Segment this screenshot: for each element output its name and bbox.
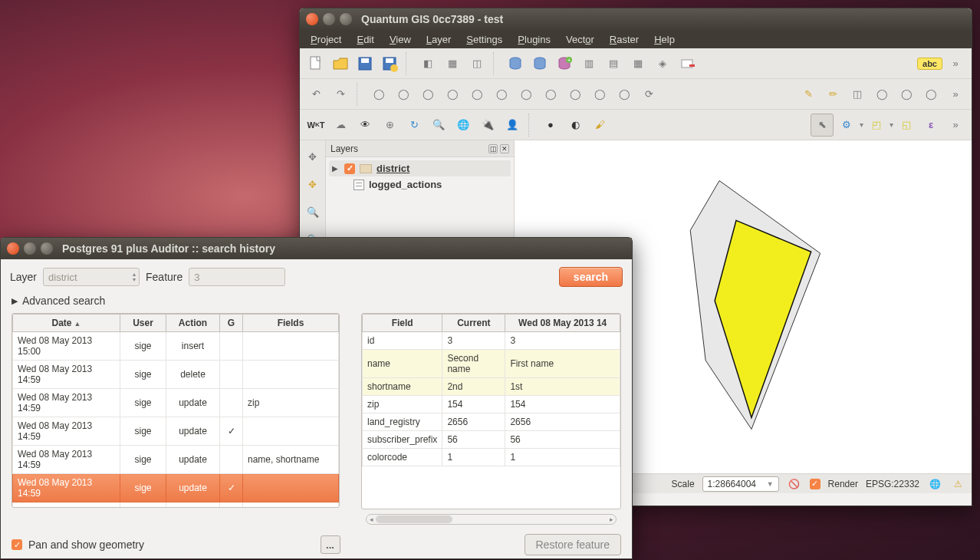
zoom-in-icon[interactable]: 🔍: [301, 200, 324, 223]
dialog-titlebar[interactable]: Postgres 91 plus Auditor :: search histo…: [1, 238, 632, 259]
warning-icon[interactable]: ⚠: [950, 476, 965, 492]
pan-select-icon[interactable]: ✥: [301, 173, 324, 196]
blob10-icon[interactable]: ◯: [588, 83, 611, 106]
table-row[interactable]: Wed 08 May 2013 14:59sigedelete: [13, 361, 339, 389]
blob14-icon[interactable]: ◯: [919, 83, 942, 106]
menu-layer[interactable]: Layer: [420, 32, 458, 47]
blob2-icon[interactable]: ◯: [392, 83, 415, 106]
menu-plugins[interactable]: Plugins: [511, 32, 557, 47]
maximize-icon[interactable]: [41, 242, 53, 255]
blob11-icon[interactable]: ◯: [613, 83, 636, 106]
user-icon[interactable]: 👤: [501, 114, 524, 137]
blob12-icon[interactable]: ◯: [870, 83, 893, 106]
layer-visibility-checkbox[interactable]: ✓: [344, 163, 355, 174]
panel-close-icon[interactable]: ✕: [500, 144, 509, 153]
minimize-icon[interactable]: [323, 13, 335, 25]
wfs-icon[interactable]: ▤: [602, 52, 625, 75]
render-checkbox[interactable]: ✓: [810, 479, 821, 489]
restore-feature-button[interactable]: Restore feature: [525, 534, 622, 555]
table-row[interactable]: Wed 08 May 2013 14:59sigeupdatename, sho…: [13, 446, 339, 474]
blob8-icon[interactable]: ◯: [539, 83, 562, 106]
table-row[interactable]: Wed 08 May 2013 14:59sigeupdatezip: [13, 389, 339, 417]
table-row[interactable]: zip154154: [363, 396, 620, 413]
pencil-icon[interactable]: ✏: [821, 83, 844, 106]
pan-geometry-checkbox[interactable]: ✓: [12, 539, 22, 550]
col-g[interactable]: G: [220, 315, 243, 332]
wms-icon[interactable]: ▥: [577, 52, 600, 75]
layer-district[interactable]: ▶ ✓ district: [329, 160, 511, 176]
layer-logged-actions[interactable]: logged_actions: [329, 176, 511, 193]
add-raster-icon[interactable]: ▦: [441, 52, 464, 75]
reload-icon[interactable]: ↻: [403, 114, 426, 137]
menu-edit[interactable]: Edit: [350, 32, 380, 47]
save-as-icon[interactable]: [378, 52, 401, 75]
blob6-icon[interactable]: ◯: [490, 83, 513, 106]
compass-icon[interactable]: ⊕: [378, 114, 401, 137]
overflow2-icon[interactable]: »: [944, 83, 967, 106]
gps-icon[interactable]: ◈: [651, 52, 674, 75]
table-row[interactable]: nameSecond nameFirst name: [363, 350, 620, 378]
save-edits-icon[interactable]: ◫: [846, 83, 869, 106]
col-action[interactable]: Action: [166, 315, 220, 332]
refresh-icon[interactable]: ⟳: [637, 83, 660, 106]
menu-view[interactable]: View: [383, 32, 417, 47]
csv-icon[interactable]: ▦: [626, 52, 649, 75]
open-icon[interactable]: [329, 52, 352, 75]
add-db-layer-icon[interactable]: ◫: [465, 52, 488, 75]
redo-icon[interactable]: ↷: [329, 83, 352, 106]
col-date[interactable]: Date▲: [13, 315, 120, 332]
palette-icon[interactable]: ◐: [564, 114, 587, 137]
edit-icon[interactable]: ✎: [797, 83, 820, 106]
globe-icon[interactable]: 🌐: [452, 114, 475, 137]
plug-icon[interactable]: 🔌: [476, 114, 499, 137]
qgis-titlebar[interactable]: Quantum GIS 0cc7389 - test: [300, 8, 972, 30]
epsilon-icon[interactable]: ε: [919, 114, 942, 137]
undo-icon[interactable]: ↶: [304, 83, 327, 106]
brush-icon[interactable]: 🖌: [588, 114, 611, 137]
circle-icon[interactable]: ●: [539, 114, 562, 137]
menu-raster[interactable]: Raster: [603, 32, 645, 47]
close-icon[interactable]: [7, 242, 19, 255]
save-icon[interactable]: [354, 52, 377, 75]
table-row[interactable]: subscriber_prefix5656: [363, 431, 620, 449]
remove-layer-icon[interactable]: [676, 52, 699, 75]
cloud-icon[interactable]: ☁: [329, 114, 352, 137]
more-button[interactable]: ...: [321, 535, 340, 554]
overflow3-icon[interactable]: »: [944, 114, 967, 137]
blob4-icon[interactable]: ◯: [441, 83, 464, 106]
search-button[interactable]: search: [559, 267, 623, 287]
panel-float-icon[interactable]: ◫: [488, 144, 498, 153]
new-file-icon[interactable]: [304, 52, 327, 75]
stop-render-icon[interactable]: 🚫: [787, 476, 802, 492]
col-user[interactable]: User: [120, 315, 166, 332]
abc-badge[interactable]: abc: [917, 58, 942, 70]
blob3-icon[interactable]: ◯: [416, 83, 439, 106]
table-row[interactable]: id33: [363, 332, 620, 350]
menu-vector[interactable]: Vector: [560, 32, 600, 47]
table-row[interactable]: Wed 08 May 2013 14:59sigeupdate✓: [13, 474, 339, 502]
table-row[interactable]: land_registry26562656: [363, 413, 620, 431]
overflow-icon[interactable]: »: [944, 52, 967, 75]
layer-combo[interactable]: district▴▾: [43, 268, 140, 286]
feature-input[interactable]: 3: [189, 268, 285, 286]
expand-icon[interactable]: ▶: [332, 164, 340, 173]
add-vector-icon[interactable]: ◧: [416, 52, 439, 75]
scroll-right-icon[interactable]: ▸: [607, 515, 616, 524]
db3-icon[interactable]: +: [553, 52, 576, 75]
table-row[interactable]: colorcode11: [363, 449, 620, 466]
db2-icon[interactable]: [528, 52, 551, 75]
horizontal-scrollbar[interactable]: ◂ ▸: [366, 514, 617, 525]
scale-input[interactable]: 1:28664004▼: [702, 476, 779, 492]
pointer-icon[interactable]: ⬉: [811, 114, 834, 137]
blob13-icon[interactable]: ◯: [895, 83, 918, 106]
maximize-icon[interactable]: [340, 13, 352, 25]
col-fields[interactable]: Fields: [243, 315, 339, 332]
minimize-icon[interactable]: [24, 242, 36, 255]
menu-settings[interactable]: Settings: [460, 32, 508, 47]
deselect-icon[interactable]: ◱: [895, 114, 918, 137]
search-world-icon[interactable]: 🔍: [427, 114, 450, 137]
advanced-search-toggle[interactable]: ▶ Advanced search: [1, 292, 632, 313]
blob9-icon[interactable]: ◯: [564, 83, 587, 106]
col-current[interactable]: Current: [442, 315, 505, 332]
col-old[interactable]: Wed 08 May 2013 14: [505, 315, 620, 332]
